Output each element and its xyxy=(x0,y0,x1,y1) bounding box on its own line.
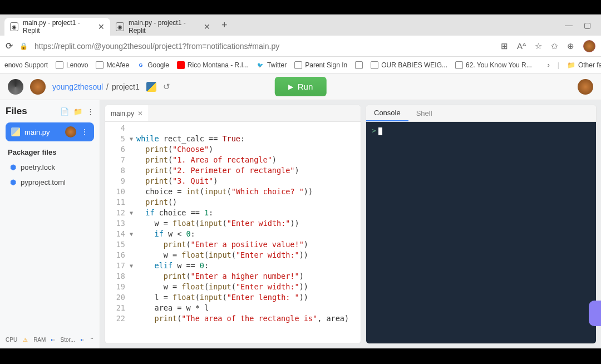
fold-icon[interactable] xyxy=(130,123,136,134)
code-line[interactable]: 11 print() xyxy=(105,197,361,208)
close-tab-icon[interactable]: ✕ xyxy=(204,22,210,31)
code-line[interactable]: 17▼ elif w == 0: xyxy=(105,260,361,271)
bookmarks-overflow-icon[interactable]: › xyxy=(548,61,550,69)
read-aloud-icon[interactable]: Aᴬ xyxy=(517,41,526,51)
user-avatar[interactable] xyxy=(30,79,46,95)
fold-icon[interactable] xyxy=(130,197,136,208)
shell-tab[interactable]: Shell xyxy=(408,105,440,121)
fold-icon[interactable] xyxy=(130,313,136,324)
bookmark-item[interactable]: Lenovo xyxy=(56,61,88,69)
code-editor[interactable]: 45▼while rect_calc == True:6 print("Choo… xyxy=(105,122,361,343)
extensions-icon[interactable]: ⊞ xyxy=(501,41,508,51)
browser-tab-active[interactable]: ◉ main.py - project1 - Replit ✕ xyxy=(4,18,110,36)
fold-icon[interactable]: ▼ xyxy=(130,134,136,144)
bookmark-item[interactable]: Parent Sign In xyxy=(294,61,347,69)
browser-tab[interactable]: ◉ main.py - project1 - Replit ✕ xyxy=(110,18,216,36)
url-field[interactable]: https://replit.com/@young2thesoul/projec… xyxy=(35,42,494,51)
fold-icon[interactable] xyxy=(130,186,136,197)
ram-meter xyxy=(51,339,55,341)
close-tab-icon[interactable]: ✕ xyxy=(98,22,105,31)
console-output[interactable]: > xyxy=(366,122,596,343)
fold-icon[interactable] xyxy=(130,303,136,313)
packager-file[interactable]: pyproject.toml xyxy=(6,175,94,190)
project-name[interactable]: project1 xyxy=(112,82,140,91)
fold-icon[interactable]: ▼ xyxy=(130,260,136,271)
new-file-icon[interactable]: 📄 xyxy=(60,107,69,116)
code-content: elif w == 0: xyxy=(136,260,209,271)
help-fab[interactable] xyxy=(589,301,601,326)
bookmark-item[interactable] xyxy=(355,61,363,69)
other-favorites[interactable]: 📁Other fav xyxy=(567,61,601,69)
line-number: 22 xyxy=(105,313,130,324)
chevron-up-icon[interactable]: ⌃ xyxy=(90,337,94,343)
favorites-bar-icon[interactable]: ✩ xyxy=(551,41,558,51)
run-button[interactable]: Run xyxy=(275,77,327,96)
code-line[interactable]: 14▼ if w < 0: xyxy=(105,229,361,239)
fold-icon[interactable] xyxy=(130,239,136,250)
fold-icon[interactable] xyxy=(130,292,136,303)
collections-icon[interactable]: ⊕ xyxy=(567,41,574,51)
code-line[interactable]: 22 print("The area of the rectangle is",… xyxy=(105,313,361,324)
code-line[interactable]: 21 area = w * l xyxy=(105,303,361,313)
account-avatar[interactable] xyxy=(578,79,593,95)
fold-icon[interactable]: ▼ xyxy=(130,229,136,239)
file-name: main.py xyxy=(24,128,50,136)
new-folder-icon[interactable]: 📁 xyxy=(73,107,82,116)
code-line[interactable]: 10 choice = int(input("Which choice? ")) xyxy=(105,186,361,197)
files-sidebar: Files 📄 📁 ⋮ main.py ⋮ Packager files poe… xyxy=(0,100,100,348)
code-line[interactable]: 13 w = float(input("Enter width:")) xyxy=(105,218,361,229)
code-line[interactable]: 19 w = float(input("Enter width:")) xyxy=(105,282,361,292)
fold-icon[interactable] xyxy=(130,250,136,260)
file-item-main[interactable]: main.py ⋮ xyxy=(6,122,94,141)
code-line[interactable]: 6 print("Choose") xyxy=(105,144,361,155)
fold-icon[interactable] xyxy=(130,165,136,176)
code-line[interactable]: 5▼while rect_calc == True: xyxy=(105,134,361,144)
fold-icon[interactable] xyxy=(130,155,136,165)
code-line[interactable]: 20 l = float(input("Enter length: ")) xyxy=(105,292,361,303)
fold-icon[interactable] xyxy=(130,282,136,292)
fold-icon[interactable] xyxy=(130,176,136,186)
line-number: 19 xyxy=(105,282,130,292)
lock-icon[interactable]: 🔒 xyxy=(19,42,28,50)
close-icon[interactable]: ✕ xyxy=(137,110,143,117)
favorite-icon[interactable]: ☆ xyxy=(535,41,542,51)
code-line[interactable]: 15 print("Enter a positive value!") xyxy=(105,239,361,250)
minimize-icon[interactable]: — xyxy=(565,21,573,29)
bookmark-item[interactable]: OUR BABIES WEIG... xyxy=(371,61,447,69)
folder-icon: 📁 xyxy=(567,61,575,69)
user-link[interactable]: young2thesoul xyxy=(52,82,103,91)
code-line[interactable]: 8 print("2. Perimeter of rectangle") xyxy=(105,165,361,176)
more-icon[interactable]: ⋮ xyxy=(87,107,94,116)
new-tab-button[interactable]: + xyxy=(216,19,233,31)
profile-avatar[interactable] xyxy=(583,40,595,52)
bookmark-item[interactable]: McAfee xyxy=(96,61,129,69)
bookmark-item[interactable]: Rico Montana - R.I... xyxy=(177,61,249,69)
fold-icon[interactable] xyxy=(130,218,136,229)
console-tab[interactable]: Console xyxy=(366,105,408,121)
bookmark-item[interactable]: 🐦Twitter xyxy=(257,61,287,69)
code-line[interactable]: 18 print("Enter a higher number!") xyxy=(105,271,361,282)
packager-file[interactable]: poetry.lock xyxy=(6,160,94,175)
code-line[interactable]: 4 xyxy=(105,123,361,134)
editor-tab-main[interactable]: main.py ✕ xyxy=(105,105,149,121)
code-line[interactable]: 16 w = float(input("Enter width:")) xyxy=(105,250,361,260)
bookmark-item[interactable]: GGoogle xyxy=(137,61,169,69)
fold-icon[interactable] xyxy=(130,144,136,155)
replit-logo[interactable] xyxy=(8,79,23,95)
code-line[interactable]: 7 print("1. Area of rectangle") xyxy=(105,155,361,165)
fold-icon[interactable]: ▼ xyxy=(130,208,136,218)
fold-icon[interactable] xyxy=(130,271,136,282)
bookmark-item[interactable]: enovo Support xyxy=(4,61,48,69)
code-content: print("2. Perimeter of rectangle") xyxy=(136,165,299,176)
google-icon: G xyxy=(137,61,145,69)
line-number: 14 xyxy=(105,229,130,239)
refresh-icon[interactable]: ⟳ xyxy=(6,41,13,51)
code-content: print("1. Area of rectangle") xyxy=(136,155,277,165)
bookmark-item[interactable]: 62. You Know You R... xyxy=(455,61,532,69)
file-more-icon[interactable]: ⋮ xyxy=(81,127,88,136)
maximize-icon[interactable]: ▢ xyxy=(584,21,591,29)
line-number: 7 xyxy=(105,155,130,165)
history-icon[interactable]: ↺ xyxy=(163,82,170,92)
code-line[interactable]: 12▼ if choice == 1: xyxy=(105,208,361,218)
code-line[interactable]: 9 print("3. Quit") xyxy=(105,176,361,186)
